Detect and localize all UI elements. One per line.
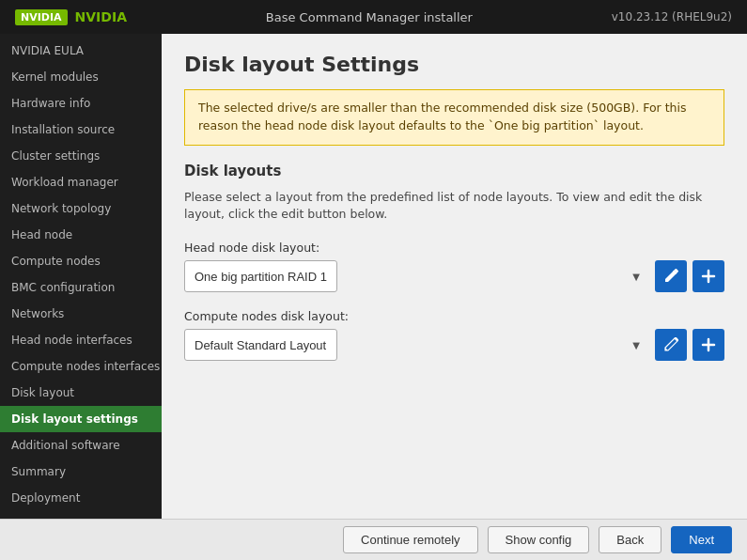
head-node-layout-label: Head node disk layout: [184, 241, 724, 255]
disk-layouts-section-title: Disk layouts [184, 163, 724, 179]
nvidia-wordmark: NVIDIA [75, 9, 127, 24]
head-node-layout-row: One big partition RAID 1 [184, 260, 724, 292]
compute-nodes-layout-select[interactable]: Default Standard Layout [184, 329, 337, 361]
compute-nodes-dropdown-wrapper: Default Standard Layout [184, 329, 649, 361]
warning-box: The selected drive/s are smaller than th… [184, 89, 724, 146]
app-header: NVIDIA NVIDIA Base Command Manager insta… [0, 0, 747, 34]
edit-icon [663, 337, 678, 352]
head-node-edit-button[interactable] [655, 260, 687, 292]
sidebar-item-cluster-settings[interactable]: Cluster settings [0, 143, 162, 169]
next-button[interactable]: Next [671, 526, 732, 553]
plus-icon [701, 337, 716, 352]
compute-nodes-add-button[interactable] [693, 329, 724, 361]
app-version: v10.23.12 (RHEL9u2) [612, 10, 732, 23]
compute-nodes-layout-row: Default Standard Layout [184, 329, 724, 361]
sidebar-item-network-topology[interactable]: Network topology [0, 195, 162, 222]
compute-nodes-layout-label: Compute nodes disk layout: [184, 309, 724, 323]
compute-nodes-edit-button[interactable] [655, 329, 687, 361]
continue-remotely-button[interactable]: Continue remotely [343, 526, 478, 553]
sidebar-item-head-node-interfaces[interactable]: Head node interfaces [0, 327, 162, 353]
show-config-button[interactable]: Show config [488, 526, 590, 553]
sidebar-item-nvidia-eula[interactable]: NVIDIA EULA [0, 38, 162, 64]
head-node-add-button[interactable] [693, 260, 724, 292]
sidebar-item-hardware-info[interactable]: Hardware info [0, 90, 162, 117]
sidebar-item-installation-source[interactable]: Installation source [0, 117, 162, 143]
section-description: Please select a layout from the predefin… [184, 189, 724, 225]
page-title: Disk layout Settings [184, 53, 724, 76]
sidebar-item-bmc-configuration[interactable]: BMC configuration [0, 274, 162, 301]
footer: Continue remotely Show config Back Next [0, 519, 747, 560]
head-node-layout-select[interactable]: One big partition RAID 1 [184, 260, 337, 292]
sidebar-item-kernel-modules[interactable]: Kernel modules [0, 64, 162, 90]
sidebar-item-head-node[interactable]: Head node [0, 222, 162, 248]
plus-icon [701, 269, 716, 284]
head-node-dropdown-wrapper: One big partition RAID 1 [184, 260, 649, 292]
nvidia-logo: NVIDIA [15, 9, 68, 25]
main-layout: NVIDIA EULAKernel modulesHardware infoIn… [0, 34, 747, 519]
sidebar-item-summary[interactable]: Summary [0, 459, 162, 485]
sidebar-item-disk-layout-settings[interactable]: Disk layout settings [0, 406, 162, 432]
sidebar-item-disk-layout[interactable]: Disk layout [0, 380, 162, 406]
sidebar-item-workload-manager[interactable]: Workload manager [0, 169, 162, 195]
back-button[interactable]: Back [599, 526, 661, 553]
app-title: Base Command Manager installer [266, 10, 473, 24]
sidebar-item-compute-nodes-interfaces[interactable]: Compute nodes interfaces [0, 353, 162, 380]
sidebar-item-additional-software[interactable]: Additional software [0, 432, 162, 459]
sidebar-item-networks[interactable]: Networks [0, 301, 162, 327]
sidebar: NVIDIA EULAKernel modulesHardware infoIn… [0, 34, 162, 519]
edit-icon [663, 269, 678, 284]
sidebar-item-compute-nodes[interactable]: Compute nodes [0, 248, 162, 274]
sidebar-item-deployment[interactable]: Deployment [0, 485, 162, 511]
logo-area: NVIDIA NVIDIA [15, 9, 127, 25]
main-content: Disk layout Settings The selected drive/… [162, 34, 747, 519]
